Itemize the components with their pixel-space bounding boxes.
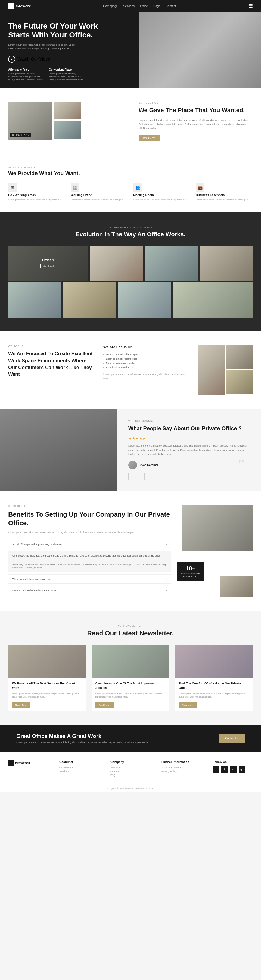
navbar: Neowork Homepage Services Office Page Co…	[0, 0, 261, 12]
about-side-image-1	[54, 102, 81, 119]
read-more-button[interactable]: Read More	[139, 135, 160, 141]
footer-faq-link[interactable]: FAQ	[110, 774, 151, 776]
footer-terms-link[interactable]: Terms & Conditions	[162, 766, 202, 769]
office-view-btn-1[interactable]: View Detail	[40, 264, 56, 268]
footer-privacy-link[interactable]: Privacy Policy	[162, 770, 202, 773]
cta-contact-button[interactable]: Contact Us	[219, 734, 245, 743]
focus-item-1: Lorem commodo ullamcorper	[103, 352, 190, 356]
hero-section: The Future Of Your Work Starts With Your…	[0, 12, 261, 88]
focus-section: We Focus We Are Focused To Create Excell…	[0, 331, 261, 409]
benefits-left: 05. Benefit Benefits To Setting Up Your …	[8, 505, 171, 597]
footer-office-rental-link[interactable]: Office Rental	[59, 766, 99, 769]
linkedin-icon[interactable]: in	[230, 766, 237, 773]
office-name-1: Office 1	[42, 258, 54, 262]
office-cell-2	[90, 245, 143, 281]
prev-testimonial-button[interactable]: ‹	[128, 473, 135, 480]
benefits-badge-label: Customer Has RentOur Private Office	[181, 572, 200, 578]
service-working-office: 🏢 Working Office Lorem ipsum dolor sit a…	[71, 183, 128, 202]
cta-text: Great Office Makes A Great Work. Lorem i…	[16, 733, 149, 744]
facebook-icon[interactable]: f	[213, 766, 219, 773]
newsletter-card-2-title: Cleanliness Is One Of The Most Important…	[95, 681, 166, 690]
nav-page[interactable]: Page	[153, 4, 160, 8]
hero-image	[139, 12, 261, 88]
cta-desc: Lorem ipsum dolor sit amet, consectetur …	[16, 741, 149, 744]
about-side-image-2	[54, 121, 81, 139]
testimonial-label: 04. Testimonial	[128, 419, 250, 422]
newsletter-card-3: Find The Comfort Of Working In Our Priva…	[175, 645, 253, 711]
footer-customer-title: Costumer	[59, 760, 99, 764]
service-meeting-room-name: Meeting Room	[133, 193, 190, 197]
footer-col-company: Company About Us Contact Us FAQ	[110, 760, 151, 778]
testimonial-author: Ryan Kardinal	[128, 461, 250, 469]
watch-video-label: Watch Our Video	[18, 57, 50, 62]
newsletter-card-2-desc: Lorem ipsum dolor sit amet, consectetur …	[95, 692, 166, 698]
next-testimonial-button[interactable]: ›	[138, 473, 145, 480]
service-meeting-room-desc: Lorem ipsum dolor sit amet, consectetur …	[133, 198, 190, 202]
business-essentials-icon: 💼	[196, 183, 205, 192]
about-images: 20+ Private Office	[0, 102, 130, 141]
office-cell-6	[63, 283, 116, 318]
benefit-item-3[interactable]: We provide all the services you need +	[8, 574, 171, 584]
focus-left: We Focus We Are Focused To Create Excell…	[8, 345, 95, 395]
footer-contact-link[interactable]: Contact Us	[110, 770, 151, 773]
googleplus-icon[interactable]: g+	[239, 766, 245, 773]
footer-col-social: Follow Us : f t in g+	[213, 760, 253, 778]
benefit-item-1[interactable]: Actual office space that promoting produ…	[8, 540, 171, 549]
about-description: Lorem ipsum dolor sit amet, consectetur …	[139, 118, 250, 130]
office-count-text: 20+ Private Office	[12, 134, 29, 136]
office-gallery: Office 1 View Detail	[8, 245, 253, 318]
benefits-label: 05. Benefit	[8, 505, 171, 508]
focus-right	[199, 345, 253, 395]
benefit-item-3-text: We provide all the services you need	[12, 578, 52, 581]
logo-text: Neowork	[16, 4, 31, 8]
about-content: 01. About Us We Gave The Place That You …	[130, 102, 261, 141]
testimonial-image	[0, 409, 117, 491]
hero-description: Lorem ipsum dolor sit amet, consectetur …	[8, 43, 79, 51]
testimonial-stars: ★★★★★	[128, 436, 250, 441]
about-side-images	[54, 102, 81, 140]
newsletter-read-more-3[interactable]: Read More ›	[179, 702, 197, 708]
nav-office[interactable]: Office	[140, 4, 148, 8]
logo-icon	[8, 3, 14, 9]
footer-services-link[interactable]: Services	[59, 770, 99, 773]
expand-icon-2: −	[166, 554, 167, 557]
benefit-item-2[interactable]: On the way, the individual Connections a…	[8, 551, 171, 560]
focus-item-4: Blandit elit at interdum rum	[103, 365, 190, 370]
footer-col-further: Further Information Terms & Conditions P…	[162, 760, 202, 778]
footer-col-brand: Neowork	[8, 760, 48, 778]
testimonial-title: What People Say About Our Private Office…	[128, 425, 250, 432]
footer-about-link[interactable]: About Us	[110, 766, 151, 769]
nav-homepage[interactable]: Homepage	[103, 4, 118, 8]
benefits-title: Benefits To Setting Up Your Company In O…	[8, 510, 171, 527]
author-avatar	[128, 461, 137, 469]
benefits-section: 05. Benefit Benefits To Setting Up Your …	[0, 491, 261, 611]
nav-services[interactable]: Services	[123, 4, 135, 8]
private-work-title: Evolution In The Way An Office Works.	[8, 231, 253, 238]
newsletter-card-1: We Provide All The Best Services For You…	[8, 645, 86, 711]
services-title: We Provide What You Want.	[8, 170, 253, 177]
newsletter-grid: We Provide All The Best Services For You…	[8, 645, 253, 711]
benefit-item-4[interactable]: Have a comfortable environment to work +	[8, 586, 171, 595]
newsletter-read-more-1[interactable]: Read More ›	[12, 702, 30, 708]
testimonial-image-placeholder	[0, 409, 117, 491]
hamburger-icon[interactable]: ☰	[248, 3, 253, 9]
services-label: 02. Our Services	[8, 166, 253, 169]
service-coworking: ⊞ Co - Working Areas Lorem ipsum dolor s…	[8, 183, 65, 202]
footer-bottom: Copyright © 2019 Neowork | About Neowork…	[8, 783, 253, 790]
nav-contact[interactable]: Contact	[166, 4, 176, 8]
newsletter-read-more-2[interactable]: Read More ›	[95, 702, 114, 708]
twitter-icon[interactable]: t	[221, 766, 228, 773]
watch-video-button[interactable]: ▶ Watch Our Video	[8, 56, 130, 63]
badge-convenient: Convenient Place Lorem ipsum dolor sit a…	[49, 68, 84, 81]
service-coworking-name: Co - Working Areas	[8, 193, 65, 197]
testimonial-nav: ‹ ›	[128, 473, 250, 480]
expand-icon-4: +	[166, 589, 167, 592]
focus-center: We Are Focus On Lorem commodo ullamcorpe…	[103, 345, 190, 395]
focus-item-3: Etiam vestibulum imperdiet	[103, 361, 190, 365]
about-image-grid: 20+ Private Office	[8, 102, 130, 140]
focus-img-tall	[199, 345, 225, 395]
office-overlay-1: Office 1 View Detail	[8, 245, 88, 281]
services-section: 02. Our Services We Provide What You Wan…	[0, 155, 261, 212]
focus-desc: Lorem ipsum dolor sit amet, consectetur …	[103, 372, 190, 380]
badge-affordable: Affordable Price Lorem ipsum dolor sit a…	[8, 68, 43, 81]
